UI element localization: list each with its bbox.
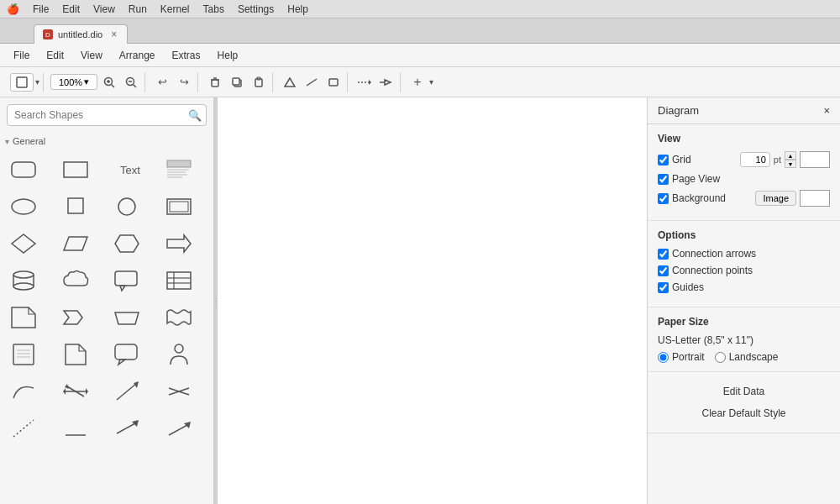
shape-ellipse[interactable] [5,190,42,223]
system-menu-settings[interactable]: Settings [238,3,274,15]
search-shapes-input[interactable] [7,104,207,126]
section-collapse-arrow: ▾ [5,137,9,146]
shape-circle[interactable] [108,190,145,223]
shape-speech-bubble[interactable] [108,338,145,371]
connection-arrows-checkbox[interactable] [658,249,669,260]
shape-folded-page[interactable] [57,338,94,371]
shape-rect-double[interactable] [160,190,197,223]
shape-arrow-bidirectional[interactable] [57,375,94,408]
insert-dropdown-arrow[interactable]: ▾ [429,77,433,87]
landscape-option[interactable]: Landscape [715,351,779,363]
view-toggle-arrow[interactable]: ▾ [35,77,39,87]
shape-diamond[interactable] [5,227,42,260]
app-menu-view[interactable]: View [74,47,109,64]
shape-style-button[interactable] [323,72,344,92]
system-menu-help[interactable]: Help [287,3,308,15]
background-checkbox[interactable] [658,193,669,204]
system-menu-kernel[interactable]: Kernel [160,3,190,15]
clear-default-style-button[interactable]: Clear Default Style [658,402,830,424]
undo-button[interactable]: ↩ [152,72,172,92]
grid-decrement-button[interactable]: ▼ [785,160,796,168]
shape-curve[interactable] [5,375,42,408]
zoom-dropdown-arrow[interactable]: ▾ [84,76,89,87]
shape-wave[interactable] [160,301,197,334]
shape-text[interactable]: Text [108,153,145,186]
guides-label[interactable]: Guides [658,281,830,293]
connection-points-label[interactable]: Connection points [658,265,830,276]
shape-rect[interactable] [57,153,94,186]
shape-arrow-line2[interactable] [160,412,197,445]
shape-arrow-right[interactable] [160,227,197,260]
shape-line-cross[interactable] [160,375,197,408]
general-section-header[interactable]: ▾ General [3,133,210,150]
zoom-out-button[interactable] [121,72,141,92]
shape-hexagon[interactable] [108,227,145,260]
shape-arrow-diagonal[interactable] [108,375,145,408]
shape-arrow-line[interactable] [108,412,145,445]
shape-dotted-line[interactable] [5,412,42,445]
app-menu-edit[interactable]: Edit [39,47,71,64]
connection-arrows-label[interactable]: Connection arrows [658,248,830,260]
background-color-swatch[interactable] [800,190,830,207]
shape-cylinder[interactable] [5,264,42,297]
app-menu-help[interactable]: Help [211,47,245,64]
shape-table[interactable] [160,264,197,297]
waypoint-button[interactable] [376,72,396,92]
edit-data-button[interactable]: Edit Data [658,381,830,402]
delete-button[interactable] [205,72,225,92]
svg-rect-0 [17,77,27,87]
zoom-in-button[interactable] [99,72,119,92]
system-menu-tabs[interactable]: Tabs [203,3,224,15]
shape-arrow-step[interactable] [57,301,94,334]
grid-label[interactable]: Grid [658,154,735,165]
shape-cloud[interactable] [57,264,94,297]
shape-callout[interactable] [108,264,145,297]
apple-menu[interactable]: 🍎 [7,3,19,15]
shape-line[interactable] [57,412,94,445]
system-menu-edit[interactable]: Edit [62,3,80,15]
shape-trapezoid[interactable] [108,301,145,334]
document-tab[interactable]: D untitled.dio × [34,24,128,44]
drawing-canvas[interactable] [218,97,647,504]
shape-page[interactable] [5,338,42,371]
toolbar: ▾ 100% ▾ ↩ ↪ [0,67,840,97]
zoom-level[interactable]: 100% ▾ [50,74,97,90]
paper-size-value[interactable]: US-Letter (8,5" x 11") [658,334,830,346]
image-button[interactable]: Image [755,191,796,206]
redo-button[interactable]: ↪ [174,72,194,92]
view-toggle-button[interactable] [10,73,34,92]
insert-button[interactable]: + [407,72,428,92]
panel-close-button[interactable]: × [823,104,830,117]
copy-button[interactable] [227,72,247,92]
system-menu-run[interactable]: Run [129,3,147,15]
system-menu-view[interactable]: View [93,3,115,15]
shape-square[interactable] [57,190,94,223]
shape-rect-rounded[interactable] [5,153,42,186]
background-label[interactable]: Background [658,192,750,204]
portrait-radio[interactable] [658,352,669,363]
shape-doc-folded[interactable] [5,301,42,334]
line-style-button[interactable] [302,72,322,92]
grid-size-input[interactable] [740,152,770,167]
grid-color-swatch[interactable] [800,151,830,168]
shape-heading[interactable] [160,153,197,186]
tab-close-button[interactable]: × [111,29,117,40]
fill-style-button[interactable] [280,72,300,92]
landscape-radio[interactable] [715,352,726,363]
app-menu-extras[interactable]: Extras [165,47,207,64]
shape-person[interactable] [160,338,197,371]
shape-parallelogram[interactable] [57,227,94,260]
svg-rect-32 [170,202,188,212]
connection-points-checkbox[interactable] [658,265,669,276]
portrait-option[interactable]: Portrait [658,351,705,363]
app-menu-file[interactable]: File [7,47,36,64]
paste-button[interactable] [249,72,269,92]
page-view-checkbox[interactable] [658,174,669,185]
connection-style-button[interactable] [354,72,375,92]
system-menu-file[interactable]: File [33,3,49,15]
guides-checkbox[interactable] [658,282,669,293]
grid-increment-button[interactable]: ▲ [785,151,796,160]
page-view-label[interactable]: Page View [658,173,830,185]
app-menu-arrange[interactable]: Arrange [113,47,162,64]
grid-checkbox[interactable] [658,155,669,165]
